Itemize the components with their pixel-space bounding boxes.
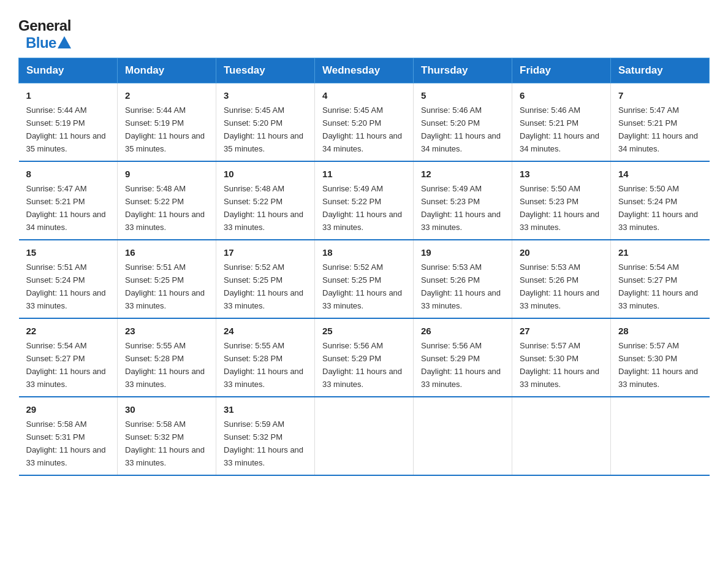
day-info: Sunrise: 5:56 AMSunset: 5:29 PMDaylight:… xyxy=(421,341,501,389)
svg-marker-0 xyxy=(58,36,71,48)
day-number: 23 xyxy=(125,324,208,338)
calendar-day-cell: 3 Sunrise: 5:45 AMSunset: 5:20 PMDayligh… xyxy=(216,83,315,161)
day-number: 11 xyxy=(322,167,406,181)
day-info: Sunrise: 5:55 AMSunset: 5:28 PMDaylight:… xyxy=(224,341,303,389)
day-number: 12 xyxy=(421,167,504,181)
calendar-day-cell: 9 Sunrise: 5:48 AMSunset: 5:22 PMDayligh… xyxy=(118,161,216,240)
day-info: Sunrise: 5:49 AMSunset: 5:22 PMDaylight:… xyxy=(322,184,402,232)
calendar-day-cell: 31 Sunrise: 5:59 AMSunset: 5:32 PMDaylig… xyxy=(216,397,315,475)
day-info: Sunrise: 5:52 AMSunset: 5:25 PMDaylight:… xyxy=(322,262,402,310)
calendar-week-row: 8 Sunrise: 5:47 AMSunset: 5:21 PMDayligh… xyxy=(19,161,710,240)
day-number: 29 xyxy=(26,402,110,416)
calendar-day-cell: 27 Sunrise: 5:57 AMSunset: 5:30 PMDaylig… xyxy=(512,318,611,397)
day-info: Sunrise: 5:47 AMSunset: 5:21 PMDaylight:… xyxy=(26,184,106,232)
day-info: Sunrise: 5:47 AMSunset: 5:21 PMDaylight:… xyxy=(618,105,698,153)
day-number: 4 xyxy=(322,88,406,102)
weekday-header-wednesday: Wednesday xyxy=(315,58,414,83)
calendar-day-cell: 22 Sunrise: 5:54 AMSunset: 5:27 PMDaylig… xyxy=(19,318,118,397)
day-info: Sunrise: 5:49 AMSunset: 5:23 PMDaylight:… xyxy=(421,184,501,232)
day-number: 3 xyxy=(224,88,307,102)
calendar-day-cell xyxy=(315,397,414,475)
calendar-day-cell: 13 Sunrise: 5:50 AMSunset: 5:23 PMDaylig… xyxy=(512,161,611,240)
day-number: 20 xyxy=(520,245,603,259)
calendar-day-cell: 6 Sunrise: 5:46 AMSunset: 5:21 PMDayligh… xyxy=(512,83,611,161)
calendar-day-cell xyxy=(611,397,710,475)
logo-blue: Blue xyxy=(26,34,56,52)
calendar-day-cell: 16 Sunrise: 5:51 AMSunset: 5:25 PMDaylig… xyxy=(118,240,216,318)
day-info: Sunrise: 5:56 AMSunset: 5:29 PMDaylight:… xyxy=(322,341,402,389)
day-number: 15 xyxy=(26,245,110,259)
day-info: Sunrise: 5:51 AMSunset: 5:25 PMDaylight:… xyxy=(125,262,205,310)
day-number: 14 xyxy=(618,167,702,181)
weekday-header-tuesday: Tuesday xyxy=(216,58,315,83)
calendar-day-cell: 29 Sunrise: 5:58 AMSunset: 5:31 PMDaylig… xyxy=(19,397,118,475)
day-info: Sunrise: 5:55 AMSunset: 5:28 PMDaylight:… xyxy=(125,341,205,389)
day-info: Sunrise: 5:54 AMSunset: 5:27 PMDaylight:… xyxy=(26,341,106,389)
day-number: 21 xyxy=(618,245,702,259)
day-number: 13 xyxy=(520,167,603,181)
day-number: 8 xyxy=(26,167,110,181)
calendar-day-cell: 20 Sunrise: 5:53 AMSunset: 5:26 PMDaylig… xyxy=(512,240,611,318)
weekday-header-saturday: Saturday xyxy=(611,58,710,83)
day-number: 6 xyxy=(520,88,603,102)
day-info: Sunrise: 5:48 AMSunset: 5:22 PMDaylight:… xyxy=(224,184,303,232)
weekday-header-thursday: Thursday xyxy=(414,58,512,83)
day-info: Sunrise: 5:57 AMSunset: 5:30 PMDaylight:… xyxy=(520,341,599,389)
calendar-day-cell: 24 Sunrise: 5:55 AMSunset: 5:28 PMDaylig… xyxy=(216,318,315,397)
day-info: Sunrise: 5:58 AMSunset: 5:32 PMDaylight:… xyxy=(125,419,205,467)
calendar-day-cell xyxy=(512,397,611,475)
calendar-day-cell: 19 Sunrise: 5:53 AMSunset: 5:26 PMDaylig… xyxy=(414,240,512,318)
day-number: 5 xyxy=(421,88,504,102)
calendar-day-cell: 17 Sunrise: 5:52 AMSunset: 5:25 PMDaylig… xyxy=(216,240,315,318)
calendar-day-cell: 11 Sunrise: 5:49 AMSunset: 5:22 PMDaylig… xyxy=(315,161,414,240)
day-number: 30 xyxy=(125,402,208,416)
page-header: General Blue xyxy=(18,12,710,52)
day-number: 10 xyxy=(224,167,307,181)
day-info: Sunrise: 5:50 AMSunset: 5:24 PMDaylight:… xyxy=(618,184,698,232)
day-number: 26 xyxy=(421,324,504,338)
day-number: 1 xyxy=(26,88,110,102)
logo: General Blue xyxy=(18,17,71,52)
calendar-day-cell: 2 Sunrise: 5:44 AMSunset: 5:19 PMDayligh… xyxy=(118,83,216,161)
day-info: Sunrise: 5:57 AMSunset: 5:30 PMDaylight:… xyxy=(618,341,698,389)
calendar-day-cell xyxy=(414,397,512,475)
day-info: Sunrise: 5:53 AMSunset: 5:26 PMDaylight:… xyxy=(520,262,599,310)
day-info: Sunrise: 5:46 AMSunset: 5:20 PMDaylight:… xyxy=(421,105,501,153)
calendar-day-cell: 28 Sunrise: 5:57 AMSunset: 5:30 PMDaylig… xyxy=(611,318,710,397)
calendar-week-row: 1 Sunrise: 5:44 AMSunset: 5:19 PMDayligh… xyxy=(19,83,710,161)
day-info: Sunrise: 5:48 AMSunset: 5:22 PMDaylight:… xyxy=(125,184,205,232)
day-info: Sunrise: 5:46 AMSunset: 5:21 PMDaylight:… xyxy=(520,105,599,153)
day-number: 19 xyxy=(421,245,504,259)
day-number: 24 xyxy=(224,324,307,338)
calendar-day-cell: 7 Sunrise: 5:47 AMSunset: 5:21 PMDayligh… xyxy=(611,83,710,161)
day-number: 22 xyxy=(26,324,110,338)
calendar-day-cell: 21 Sunrise: 5:54 AMSunset: 5:27 PMDaylig… xyxy=(611,240,710,318)
day-number: 9 xyxy=(125,167,208,181)
day-info: Sunrise: 5:45 AMSunset: 5:20 PMDaylight:… xyxy=(322,105,402,153)
weekday-header-monday: Monday xyxy=(118,58,216,83)
day-info: Sunrise: 5:59 AMSunset: 5:32 PMDaylight:… xyxy=(224,419,303,467)
day-info: Sunrise: 5:53 AMSunset: 5:26 PMDaylight:… xyxy=(421,262,501,310)
calendar-table: SundayMondayTuesdayWednesdayThursdayFrid… xyxy=(18,58,710,476)
day-number: 16 xyxy=(125,245,208,259)
weekday-header-friday: Friday xyxy=(512,58,611,83)
calendar-day-cell: 30 Sunrise: 5:58 AMSunset: 5:32 PMDaylig… xyxy=(118,397,216,475)
calendar-day-cell: 18 Sunrise: 5:52 AMSunset: 5:25 PMDaylig… xyxy=(315,240,414,318)
day-number: 7 xyxy=(618,88,702,102)
calendar-header-row: SundayMondayTuesdayWednesdayThursdayFrid… xyxy=(19,58,710,83)
calendar-week-row: 22 Sunrise: 5:54 AMSunset: 5:27 PMDaylig… xyxy=(19,318,710,397)
calendar-day-cell: 8 Sunrise: 5:47 AMSunset: 5:21 PMDayligh… xyxy=(19,161,118,240)
day-number: 28 xyxy=(618,324,702,338)
calendar-day-cell: 10 Sunrise: 5:48 AMSunset: 5:22 PMDaylig… xyxy=(216,161,315,240)
logo-icon xyxy=(58,36,71,48)
day-info: Sunrise: 5:50 AMSunset: 5:23 PMDaylight:… xyxy=(520,184,599,232)
day-info: Sunrise: 5:54 AMSunset: 5:27 PMDaylight:… xyxy=(618,262,698,310)
day-number: 2 xyxy=(125,88,208,102)
day-number: 25 xyxy=(322,324,406,338)
calendar-day-cell: 5 Sunrise: 5:46 AMSunset: 5:20 PMDayligh… xyxy=(414,83,512,161)
day-info: Sunrise: 5:52 AMSunset: 5:25 PMDaylight:… xyxy=(224,262,303,310)
calendar-day-cell: 23 Sunrise: 5:55 AMSunset: 5:28 PMDaylig… xyxy=(118,318,216,397)
day-info: Sunrise: 5:44 AMSunset: 5:19 PMDaylight:… xyxy=(26,105,106,153)
day-number: 18 xyxy=(322,245,406,259)
calendar-day-cell: 4 Sunrise: 5:45 AMSunset: 5:20 PMDayligh… xyxy=(315,83,414,161)
